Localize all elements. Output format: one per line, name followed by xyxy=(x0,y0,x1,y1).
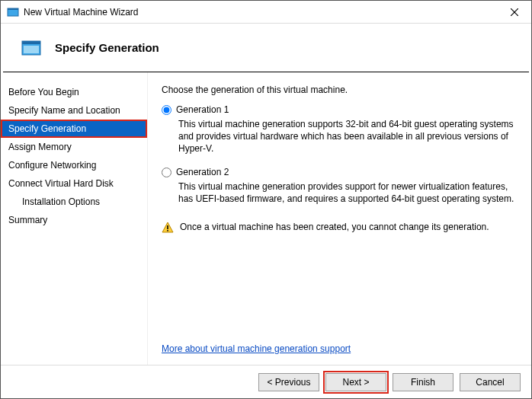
warning-row: Once a virtual machine has been created,… xyxy=(162,222,519,236)
option-desc-gen1: This virtual machine generation supports… xyxy=(178,118,519,155)
option-generation-2: Generation 2 This virtual machine genera… xyxy=(162,167,519,209)
radio-input-gen2[interactable] xyxy=(162,168,171,177)
option-desc-gen2: This virtual machine generation provides… xyxy=(178,180,519,205)
radio-label: Generation 1 xyxy=(176,104,229,115)
wizard-body: Before You BeginSpecify Name and Locatio… xyxy=(1,72,531,365)
wizard-window: New Virtual Machine Wizard Specify Gener… xyxy=(0,0,532,399)
option-generation-1: Generation 1 This virtual machine genera… xyxy=(162,104,519,159)
page-title: Specify Generation xyxy=(55,41,159,54)
svg-rect-6 xyxy=(24,46,39,53)
sidebar-item-7[interactable]: Summary xyxy=(1,211,147,229)
wizard-header: Specify Generation xyxy=(3,24,529,72)
sidebar-item-1[interactable]: Specify Name and Location xyxy=(1,101,147,120)
warning-icon xyxy=(162,222,174,236)
window-title: New Virtual Machine Wizard xyxy=(24,7,499,18)
titlebar: New Virtual Machine Wizard xyxy=(1,1,531,24)
intro-text: Choose the generation of this virtual ma… xyxy=(162,85,519,95)
content-pane: Choose the generation of this virtual ma… xyxy=(147,72,531,365)
finish-button[interactable]: Finish xyxy=(393,373,453,391)
warning-text: Once a virtual machine has been created,… xyxy=(180,222,489,232)
cancel-button[interactable]: Cancel xyxy=(460,373,521,391)
radio-input-gen1[interactable] xyxy=(162,105,171,115)
previous-button[interactable]: < Previous xyxy=(258,373,319,391)
sidebar-item-6[interactable]: Installation Options xyxy=(1,193,147,211)
sidebar-item-0[interactable]: Before You Begin xyxy=(1,83,147,101)
svg-rect-9 xyxy=(167,230,168,231)
header-icon xyxy=(21,40,41,56)
sidebar-item-3[interactable]: Assign Memory xyxy=(1,138,147,156)
close-button[interactable] xyxy=(499,2,530,23)
sidebar: Before You BeginSpecify Name and Locatio… xyxy=(1,72,147,365)
radio-label: Generation 2 xyxy=(176,167,229,177)
svg-rect-5 xyxy=(22,41,40,44)
wizard-footer: < Previous Next > Finish Cancel xyxy=(1,365,531,398)
sidebar-item-5[interactable]: Connect Virtual Hard Disk xyxy=(1,174,147,193)
svg-rect-8 xyxy=(167,225,168,229)
sidebar-item-2[interactable]: Specify Generation xyxy=(1,120,147,138)
radio-generation-2[interactable]: Generation 2 xyxy=(162,167,519,177)
spacer xyxy=(162,236,519,343)
svg-rect-1 xyxy=(8,8,18,10)
radio-generation-1[interactable]: Generation 1 xyxy=(162,104,519,115)
next-button[interactable]: Next > xyxy=(325,373,386,391)
app-icon xyxy=(7,6,19,18)
sidebar-item-4[interactable]: Configure Networking xyxy=(1,156,147,174)
more-info-link[interactable]: More about virtual machine generation su… xyxy=(162,343,519,354)
